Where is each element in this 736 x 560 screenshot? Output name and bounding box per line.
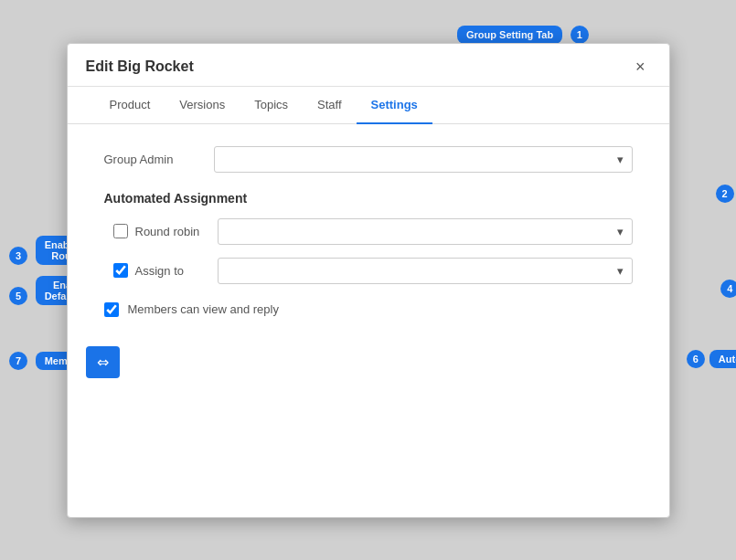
edit-modal: Edit Big Rocket × Product Versions Topic… <box>67 43 670 518</box>
annotation-badge-2: 2 <box>716 185 734 203</box>
round-robin-checkbox-label <box>113 224 128 238</box>
automated-assignment-title: Automated Assignment <box>104 191 633 206</box>
modal-title: Edit Big Rocket <box>86 58 194 75</box>
close-button[interactable]: × <box>630 57 651 77</box>
modal-overlay: Group Setting Tab 1 3 Enable / DisableRo… <box>0 0 736 560</box>
group-admin-select[interactable] <box>214 146 633 173</box>
annotation-badge-7: 7 <box>9 352 27 370</box>
tab-product[interactable]: Product <box>95 87 165 124</box>
annotation-badge-6: 6 <box>687 350 705 368</box>
modal-header: Edit Big Rocket × <box>68 44 669 87</box>
members-can-view-row: Members can view and reply <box>104 302 633 317</box>
round-robin-label: Round robin <box>135 225 218 238</box>
assign-to-row: Assign to <box>104 258 633 284</box>
annotation-badge-4: 4 <box>720 280 736 298</box>
navigate-button[interactable]: ⇔ <box>86 346 120 378</box>
members-can-view-checkbox-label <box>104 302 119 317</box>
tab-bar: Product Versions Topics Staff Settings <box>68 87 669 124</box>
round-robin-row: Round robin <box>104 218 633 245</box>
members-can-view-label: Members can view and reply <box>128 302 279 316</box>
assign-to-select[interactable] <box>218 258 633 284</box>
annotation-badge-3: 3 <box>9 247 27 265</box>
tab-versions[interactable]: Versions <box>165 87 240 124</box>
annotation-2-container: 2 Group AdministratorsMulti-Selection <box>716 179 736 208</box>
group-admin-select-wrapper <box>214 146 633 173</box>
automated-assignment-section: Automated Assignment Round robin <box>104 191 633 284</box>
assign-to-checkbox[interactable] <box>113 263 128 278</box>
assign-to-select-wrapper <box>218 258 633 284</box>
round-robin-select[interactable] <box>218 218 633 245</box>
annotation-4-container: 4 Round RobinMulti-Selection <box>720 274 736 303</box>
group-admin-row: Group Admin <box>104 146 633 173</box>
assign-to-checkbox-label <box>113 263 128 278</box>
annotation-badge-5: 5 <box>9 287 27 305</box>
modal-body: Group Admin Automated Assignment Round r… <box>68 124 669 335</box>
tab-staff[interactable]: Staff <box>303 87 357 124</box>
round-robin-select-wrapper <box>218 218 633 245</box>
tab-topics[interactable]: Topics <box>240 87 303 124</box>
tab-settings[interactable]: Settings <box>357 87 432 124</box>
assign-to-label: Assign to <box>135 264 218 278</box>
round-robin-checkbox[interactable] <box>113 224 128 238</box>
members-can-view-checkbox[interactable] <box>104 302 119 317</box>
annotation-badge-1: 1 <box>571 26 589 44</box>
group-admin-label: Group Admin <box>104 153 214 166</box>
annotation-6-container: 6 Auto Assignment <box>687 350 736 368</box>
modal-footer: ⇔ <box>68 335 669 389</box>
annotation-1-box: Group Setting Tab 1 <box>457 26 589 44</box>
